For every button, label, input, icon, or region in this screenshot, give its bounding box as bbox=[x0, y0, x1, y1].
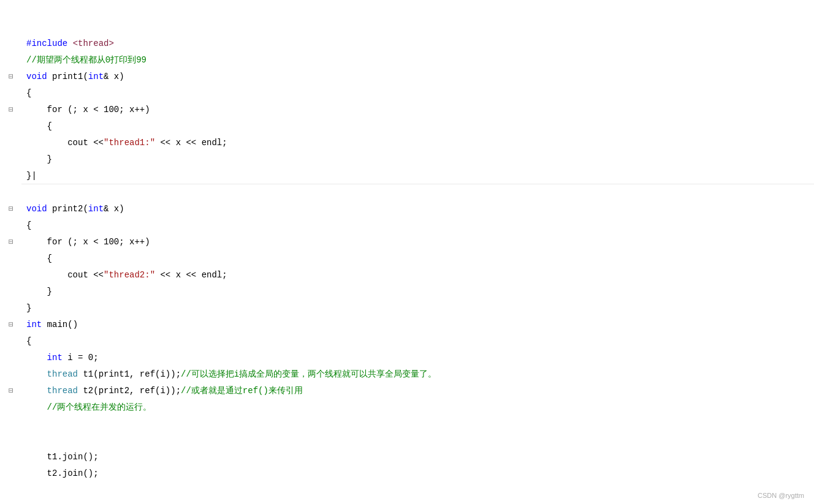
code-token: #include bbox=[26, 36, 73, 52]
code-token: int bbox=[88, 69, 104, 85]
code-token: for (; x < 100; x++) bbox=[26, 102, 150, 118]
code-line: t1.join(); bbox=[21, 449, 814, 465]
code-token: } bbox=[26, 300, 31, 317]
code-line: { bbox=[21, 118, 814, 135]
fold-button bbox=[4, 85, 18, 102]
code-line bbox=[21, 482, 814, 498]
line-content: { bbox=[21, 333, 814, 350]
code-line bbox=[21, 416, 814, 432]
code-token: & x) bbox=[104, 201, 124, 217]
line-content: } bbox=[21, 300, 814, 317]
line-content bbox=[21, 482, 814, 498]
code-line: //期望两个线程都从0打印到99 bbox=[21, 52, 814, 69]
line-content bbox=[21, 416, 814, 432]
fold-button bbox=[4, 217, 18, 234]
code-token: } bbox=[26, 151, 52, 168]
code-line bbox=[21, 498, 814, 504]
fold-button bbox=[4, 135, 18, 151]
code-token: void bbox=[26, 69, 47, 85]
fold-button bbox=[4, 52, 18, 69]
code-token: { bbox=[26, 85, 31, 102]
fold-button bbox=[4, 284, 18, 300]
fold-button bbox=[4, 267, 18, 284]
line-content: { bbox=[21, 250, 814, 267]
fold-button[interactable]: ⊟ bbox=[4, 201, 18, 217]
fold-button bbox=[4, 465, 18, 482]
code-token: for (; x < 100; x++) bbox=[26, 234, 150, 250]
line-content: void print2(int& x) bbox=[21, 201, 814, 217]
code-token: "thread2:" bbox=[104, 267, 155, 284]
code-line: ⊟ for (; x < 100; x++) bbox=[21, 234, 814, 250]
line-content: thread t1(print1, ref(i));//可以选择把i搞成全局的变… bbox=[21, 366, 814, 383]
code-token: //期望两个线程都从0打印到99 bbox=[26, 52, 146, 69]
fold-button[interactable]: ⊟ bbox=[4, 317, 18, 333]
fold-button bbox=[4, 118, 18, 135]
code-token: } bbox=[26, 284, 52, 300]
code-token: { bbox=[26, 217, 31, 234]
fold-button[interactable]: ⊟ bbox=[4, 69, 18, 85]
fold-button bbox=[4, 432, 18, 449]
code-token: t2.join(); bbox=[26, 465, 99, 482]
code-token: print1( bbox=[47, 69, 88, 85]
fold-button bbox=[4, 416, 18, 432]
line-content: } bbox=[21, 151, 814, 168]
line-content bbox=[21, 432, 814, 449]
line-content bbox=[21, 184, 814, 201]
fold-button bbox=[4, 399, 18, 416]
code-token: "thread1:" bbox=[104, 135, 155, 151]
fold-button bbox=[4, 168, 18, 184]
code-line: cout <<"thread2:" << x << endl; bbox=[21, 267, 814, 284]
fold-button bbox=[4, 449, 18, 465]
code-token: void bbox=[26, 201, 47, 217]
code-token: int bbox=[26, 317, 42, 333]
line-content: cout <<"thread1:" << x << endl; bbox=[21, 135, 814, 151]
code-token: print2( bbox=[47, 201, 88, 217]
line-content: #include <thread> bbox=[21, 36, 814, 52]
code-line: ⊟void print2(int& x) bbox=[21, 201, 814, 217]
code-line: } bbox=[21, 300, 814, 317]
line-content: //两个线程在并发的运行。 bbox=[21, 399, 814, 416]
code-token: t1.join(); bbox=[26, 449, 99, 465]
code-token: { bbox=[26, 250, 52, 267]
fold-button[interactable]: ⊟ bbox=[4, 383, 18, 399]
code-token: } bbox=[26, 168, 31, 184]
fold-button bbox=[4, 151, 18, 168]
code-line: ⊟int main() bbox=[21, 317, 814, 333]
fold-button bbox=[4, 498, 18, 504]
code-line: { bbox=[21, 217, 814, 234]
fold-button[interactable]: ⊟ bbox=[4, 234, 18, 250]
code-token: main() bbox=[42, 317, 78, 333]
code-token: thread t1(print1, ref(i));//可以选择把i搞成全局的变… bbox=[26, 366, 436, 383]
fold-button bbox=[4, 482, 18, 498]
code-line: t2.join(); bbox=[21, 465, 814, 482]
code-line: //两个线程在并发的运行。 bbox=[21, 399, 814, 416]
code-token: int bbox=[88, 201, 104, 217]
line-content: } bbox=[21, 284, 814, 300]
code-line: } bbox=[21, 151, 814, 168]
code-line: }| bbox=[21, 168, 814, 184]
code-line: ⊟ thread t2(print2, ref(i));//或者就是通过ref(… bbox=[21, 383, 814, 399]
line-content: t1.join(); bbox=[21, 449, 814, 465]
line-content: { bbox=[21, 217, 814, 234]
line-content: thread t2(print2, ref(i));//或者就是通过ref()来… bbox=[21, 383, 814, 399]
code-line: thread t1(print1, ref(i));//可以选择把i搞成全局的变… bbox=[21, 366, 814, 383]
code-line bbox=[21, 184, 814, 201]
line-content: int main() bbox=[21, 317, 814, 333]
code-line: { bbox=[21, 85, 814, 102]
watermark: CSDN @rygttm bbox=[758, 492, 804, 499]
code-token: | bbox=[31, 168, 36, 184]
line-content: //期望两个线程都从0打印到99 bbox=[21, 52, 814, 69]
code-token: & x) bbox=[104, 69, 124, 85]
fold-button[interactable]: ⊟ bbox=[4, 102, 18, 118]
code-token: int bbox=[26, 350, 63, 366]
code-line: { bbox=[21, 250, 814, 267]
code-token: //两个线程在并发的运行。 bbox=[26, 399, 151, 416]
code-editor: #include <thread>//期望两个线程都从0打印到99⊟void p… bbox=[0, 0, 814, 504]
line-content: for (; x < 100; x++) bbox=[21, 234, 814, 250]
code-token: thread t2(print2, ref(i));//或者就是通过ref()来… bbox=[26, 383, 303, 399]
code-token: i = 0; bbox=[63, 350, 99, 366]
code-line: #include <thread> bbox=[21, 36, 814, 52]
line-content: int i = 0; bbox=[21, 350, 814, 366]
code-line bbox=[21, 432, 814, 449]
line-content: for (; x < 100; x++) bbox=[21, 102, 814, 118]
